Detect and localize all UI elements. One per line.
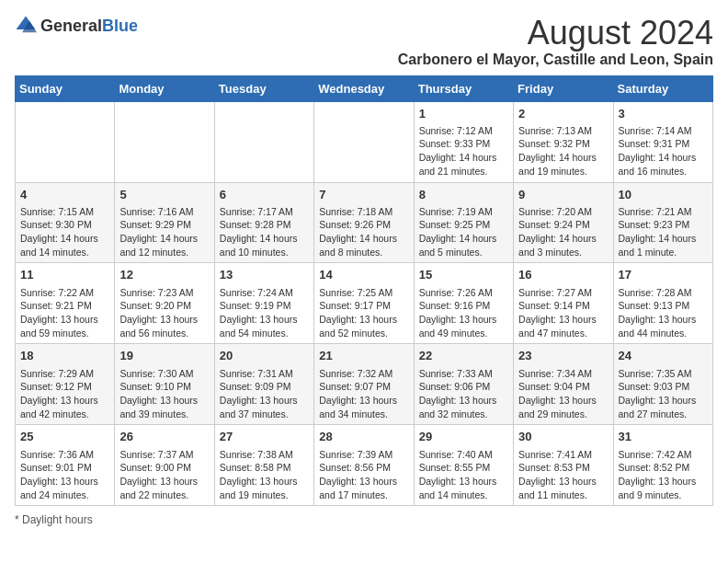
calendar-cell: 20Sunrise: 7:31 AMSunset: 9:09 PMDayligh… [214,344,313,425]
logo-blue: Blue [102,17,138,35]
day-header-saturday: Saturday [613,75,712,101]
day-info: Sunset: 8:55 PM [419,461,508,475]
day-number: 18 [20,348,109,364]
day-number: 2 [518,106,608,122]
day-number: 6 [220,187,309,203]
day-info: Daylight: 13 hours and 29 minutes. [518,394,608,420]
footer-note: * Daylight hours [15,513,713,526]
day-info: Sunrise: 7:39 AM [319,448,408,462]
calendar-cell [115,101,214,182]
day-info: Daylight: 13 hours and 54 minutes. [220,313,309,339]
day-number: 1 [419,106,508,122]
day-info: Daylight: 14 hours and 21 minutes. [419,151,508,178]
day-info: Sunset: 9:16 PM [419,299,508,313]
day-info: Sunrise: 7:32 AM [319,367,408,381]
day-info: Daylight: 14 hours and 5 minutes. [419,232,508,259]
calendar-cell: 7Sunrise: 7:18 AMSunset: 9:26 PMDaylight… [314,182,414,263]
day-number: 28 [319,429,408,445]
day-info: Sunset: 9:24 PM [518,218,608,232]
calendar-cell: 6Sunrise: 7:17 AMSunset: 9:28 PMDaylight… [214,182,313,263]
calendar-cell: 24Sunrise: 7:35 AMSunset: 9:03 PMDayligh… [613,344,712,425]
day-number: 24 [619,348,708,364]
header: GeneralBlue August 2024 Carbonero el May… [15,15,713,68]
day-info: Sunrise: 7:40 AM [419,448,508,462]
day-info: Sunset: 9:26 PM [319,218,408,232]
day-number: 13 [220,267,309,283]
day-info: Daylight: 13 hours and 34 minutes. [319,394,408,420]
day-info: Sunrise: 7:35 AM [619,367,708,381]
day-info: Daylight: 13 hours and 11 minutes. [518,475,608,501]
day-info: Daylight: 13 hours and 42 minutes. [20,394,109,420]
day-info: Sunset: 8:52 PM [619,461,708,475]
calendar-cell: 5Sunrise: 7:16 AMSunset: 9:29 PMDaylight… [115,182,214,263]
day-info: Sunset: 9:10 PM [119,380,209,394]
day-info: Sunset: 9:28 PM [220,218,309,232]
day-info: Daylight: 13 hours and 47 minutes. [518,313,608,339]
day-info: Sunset: 9:21 PM [20,299,109,313]
day-info: Daylight: 14 hours and 12 minutes. [119,232,209,259]
week-row-5: 25Sunrise: 7:36 AMSunset: 9:01 PMDayligh… [16,425,713,506]
day-info: Sunrise: 7:17 AM [220,205,309,219]
day-info: Sunrise: 7:34 AM [518,367,608,381]
calendar-cell: 4Sunrise: 7:15 AMSunset: 9:30 PMDaylight… [16,182,115,263]
calendar-cell: 11Sunrise: 7:22 AMSunset: 9:21 PMDayligh… [16,263,115,344]
day-info: Sunrise: 7:22 AM [20,286,109,300]
day-number: 8 [419,187,508,203]
calendar-cell: 18Sunrise: 7:29 AMSunset: 9:12 PMDayligh… [16,344,115,425]
day-header-thursday: Thursday [414,75,513,101]
footer-text: Daylight hours [22,513,93,526]
day-info: Sunset: 9:29 PM [119,218,209,232]
day-number: 11 [20,267,109,283]
day-header-wednesday: Wednesday [314,75,414,101]
day-info: Sunrise: 7:27 AM [518,286,608,300]
day-number: 17 [619,267,708,283]
day-info: Daylight: 14 hours and 1 minute. [619,232,708,259]
calendar-cell: 19Sunrise: 7:30 AMSunset: 9:10 PMDayligh… [115,344,214,425]
week-row-2: 4Sunrise: 7:15 AMSunset: 9:30 PMDaylight… [16,182,713,263]
day-number: 12 [119,267,209,283]
calendar-cell: 21Sunrise: 7:32 AMSunset: 9:07 PMDayligh… [314,344,414,425]
day-number: 4 [20,187,109,203]
day-info: Daylight: 14 hours and 8 minutes. [319,232,408,259]
day-header-monday: Monday [115,75,214,101]
day-info: Sunset: 9:01 PM [20,461,109,475]
day-info: Sunset: 9:19 PM [220,299,309,313]
day-info: Daylight: 13 hours and 32 minutes. [419,394,508,420]
day-info: Daylight: 13 hours and 9 minutes. [619,475,708,501]
day-info: Sunrise: 7:12 AM [419,124,508,138]
day-info: Sunrise: 7:23 AM [119,286,209,300]
day-info: Sunrise: 7:21 AM [619,205,708,219]
calendar-cell [314,101,414,182]
day-info: Sunset: 9:07 PM [319,380,408,394]
calendar-cell: 29Sunrise: 7:40 AMSunset: 8:55 PMDayligh… [414,425,513,506]
logo-general: General [40,17,102,35]
calendar-cell: 23Sunrise: 7:34 AMSunset: 9:04 PMDayligh… [514,344,613,425]
calendar-cell: 2Sunrise: 7:13 AMSunset: 9:32 PMDaylight… [514,101,613,182]
calendar-table: SundayMondayTuesdayWednesdayThursdayFrid… [15,75,713,507]
day-info: Sunrise: 7:14 AM [619,124,708,138]
location-subtitle: Carbonero el Mayor, Castille and Leon, S… [398,52,713,68]
calendar-cell: 1Sunrise: 7:12 AMSunset: 9:33 PMDaylight… [414,101,513,182]
day-info: Sunrise: 7:24 AM [220,286,309,300]
day-info: Sunrise: 7:37 AM [119,448,209,462]
day-info: Sunrise: 7:36 AM [20,448,109,462]
day-info: Sunrise: 7:28 AM [619,286,708,300]
day-info: Sunset: 9:04 PM [518,380,608,394]
day-info: Sunrise: 7:15 AM [20,205,109,219]
day-info: Sunset: 9:00 PM [119,461,209,475]
day-info: Daylight: 14 hours and 3 minutes. [518,232,608,259]
day-number: 5 [119,187,209,203]
day-info: Sunset: 9:31 PM [619,137,708,151]
day-number: 21 [319,348,408,364]
calendar-cell: 17Sunrise: 7:28 AMSunset: 9:13 PMDayligh… [613,263,712,344]
calendar-cell: 27Sunrise: 7:38 AMSunset: 8:58 PMDayligh… [214,425,313,506]
day-info: Daylight: 13 hours and 44 minutes. [619,313,708,339]
day-info: Sunset: 9:03 PM [619,380,708,394]
day-info: Daylight: 13 hours and 17 minutes. [319,475,408,501]
day-info: Sunrise: 7:30 AM [119,367,209,381]
day-number: 9 [518,187,608,203]
day-number: 3 [619,106,708,122]
day-info: Daylight: 14 hours and 19 minutes. [518,151,608,178]
day-info: Sunset: 9:09 PM [220,380,309,394]
day-header-sunday: Sunday [16,75,115,101]
